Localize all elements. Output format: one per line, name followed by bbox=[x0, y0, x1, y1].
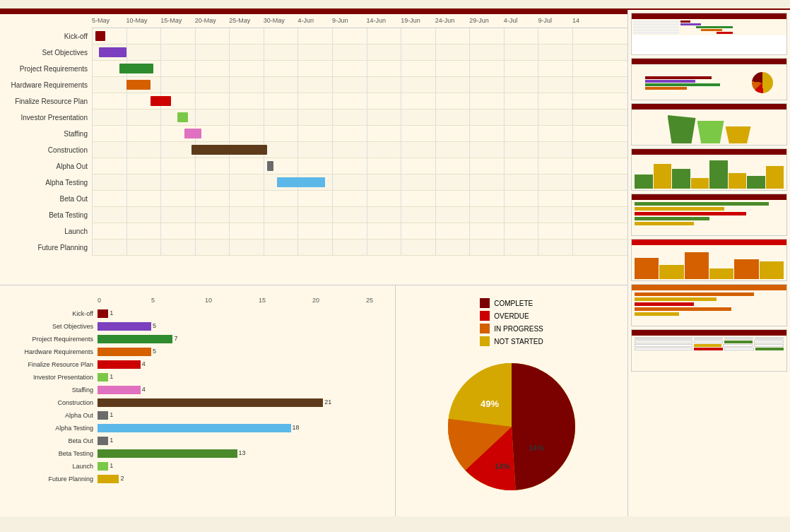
gantt-bar bbox=[119, 64, 154, 73]
bar-label: Alpha Testing bbox=[6, 425, 98, 432]
timeline-task-label: Beta Out bbox=[0, 191, 92, 207]
bar-label: Future Planning bbox=[6, 475, 98, 483]
bar-track: 1 bbox=[98, 411, 389, 420]
gantt-row bbox=[92, 126, 627, 142]
bar-label: Set Objectives bbox=[6, 323, 98, 330]
pie-chart: 49% 14% 14% bbox=[441, 356, 582, 497]
legend-item: OVERDUE bbox=[480, 311, 543, 321]
bar-fill bbox=[98, 475, 119, 483]
date-label: 25-May bbox=[229, 17, 250, 24]
thumb-6[interactable] bbox=[631, 239, 787, 281]
legend-item: IN PROGRESS bbox=[480, 324, 543, 333]
gantt-bar bbox=[99, 47, 126, 57]
bar-track: 13 bbox=[98, 449, 389, 458]
legend-label: OVERDUE bbox=[494, 312, 529, 320]
thumb-3[interactable] bbox=[631, 103, 787, 146]
bar-track: 7 bbox=[98, 335, 389, 343]
timeline-task-label: Construction bbox=[0, 142, 92, 158]
gantt-row bbox=[92, 191, 627, 207]
bar-row: Beta Out1 bbox=[6, 435, 389, 447]
bar-fill bbox=[98, 437, 108, 445]
left-panel: Kick-offSet ObjectivesProject Requiremen… bbox=[0, 10, 627, 516]
thumb-8[interactable] bbox=[631, 329, 787, 372]
status-section: COMPLETEOVERDUEIN PROGRESSNOT STARTED bbox=[396, 285, 627, 516]
date-label: 24-Jun bbox=[435, 17, 455, 24]
date-label: 5-May bbox=[92, 17, 110, 24]
bar-row: Alpha Testing18 bbox=[6, 422, 389, 434]
bar-track: 1 bbox=[98, 373, 389, 382]
gantt-row bbox=[92, 207, 627, 223]
timeline-task-label: Beta Testing bbox=[0, 207, 92, 223]
thumb-2[interactable] bbox=[631, 58, 787, 100]
gantt-row bbox=[92, 142, 627, 158]
bar-fill bbox=[98, 322, 151, 331]
bar-track: 18 bbox=[98, 424, 389, 432]
timeline-task-label: Alpha Out bbox=[0, 158, 92, 175]
gantt-row bbox=[92, 45, 627, 61]
pie-label-inprogress: 14% bbox=[495, 462, 510, 471]
gantt-row bbox=[92, 61, 627, 77]
timeline-dates: 5-May10-May15-May20-May25-May30-May4-Jun… bbox=[92, 14, 627, 28]
bar-track: 5 bbox=[98, 348, 389, 356]
bar-label: Investor Presentation bbox=[6, 374, 98, 381]
date-label: 4-Jun bbox=[297, 17, 314, 24]
gantt-row bbox=[92, 110, 627, 126]
bar-fill bbox=[98, 386, 141, 394]
bar-track: 5 bbox=[98, 322, 389, 331]
gantt-row bbox=[92, 93, 627, 110]
bar-row: Beta Testing13 bbox=[6, 448, 389, 459]
gantt-row bbox=[92, 77, 627, 93]
gantt-bar bbox=[95, 31, 106, 41]
bar-fill bbox=[98, 373, 108, 382]
bar-fill bbox=[98, 449, 237, 458]
legend-item: NOT STARTED bbox=[480, 336, 543, 346]
date-label: 20-May bbox=[195, 17, 216, 24]
gantt-bar bbox=[267, 161, 274, 171]
gantt-row bbox=[92, 223, 627, 240]
bar-value: 4 bbox=[142, 386, 399, 393]
bar-row: Finalize Resource Plan4 bbox=[6, 359, 389, 370]
gantt-row bbox=[92, 28, 627, 45]
bar-row: Staffing4 bbox=[6, 384, 389, 396]
axis-tick: 15 bbox=[259, 297, 266, 304]
date-label: 9-Jun bbox=[332, 17, 348, 24]
bar-value: 5 bbox=[153, 322, 399, 329]
pie-label-complete: 49% bbox=[481, 398, 499, 409]
timeline-task-label: Hardware Requirements bbox=[0, 77, 92, 93]
days-section: 0510152025 Kick-off1Set Objectives5Proje… bbox=[0, 285, 396, 516]
gantt-bar bbox=[191, 145, 267, 155]
legend-item: COMPLETE bbox=[480, 298, 543, 308]
bar-row: Hardware Requirements5 bbox=[6, 346, 389, 357]
axis-tick: 10 bbox=[205, 297, 212, 304]
bar-value: 1 bbox=[110, 411, 399, 418]
date-label: 30-May bbox=[264, 17, 285, 24]
thumb-7[interactable] bbox=[631, 284, 787, 326]
gantt-row bbox=[92, 175, 627, 191]
bar-row: Future Planning2 bbox=[6, 473, 389, 485]
thumb-1[interactable] bbox=[631, 13, 787, 55]
bar-label: Staffing bbox=[6, 386, 98, 394]
timeline-task-label: Future Planning bbox=[0, 240, 92, 256]
page-title bbox=[0, 0, 790, 10]
legend-color bbox=[480, 336, 490, 346]
bar-label: Alpha Out bbox=[6, 412, 98, 419]
axis-tick: 25 bbox=[366, 297, 373, 304]
date-label: 15-May bbox=[160, 17, 182, 24]
bar-value: 7 bbox=[174, 335, 399, 342]
timeline-chart-area: 5-May10-May15-May20-May25-May30-May4-Jun… bbox=[92, 14, 627, 273]
legend-label: NOT STARTED bbox=[494, 338, 543, 345]
main-content: Kick-offSet ObjectivesProject Requiremen… bbox=[0, 10, 790, 516]
legend-color bbox=[480, 311, 490, 321]
bar-value: 1 bbox=[110, 437, 399, 444]
gantt-bar bbox=[126, 80, 151, 90]
thumb-5[interactable] bbox=[631, 194, 787, 236]
timeline-task-label: Project Requirements bbox=[0, 61, 92, 77]
bar-value: 5 bbox=[153, 348, 399, 355]
gantt-bar bbox=[277, 177, 325, 187]
timeline-task-label: Launch bbox=[0, 223, 92, 240]
bar-row: Construction21 bbox=[6, 397, 389, 408]
bar-fill bbox=[98, 335, 172, 343]
bar-fill bbox=[98, 462, 108, 471]
bar-row: Set Objectives5 bbox=[6, 321, 389, 332]
thumb-4[interactable] bbox=[631, 148, 787, 191]
